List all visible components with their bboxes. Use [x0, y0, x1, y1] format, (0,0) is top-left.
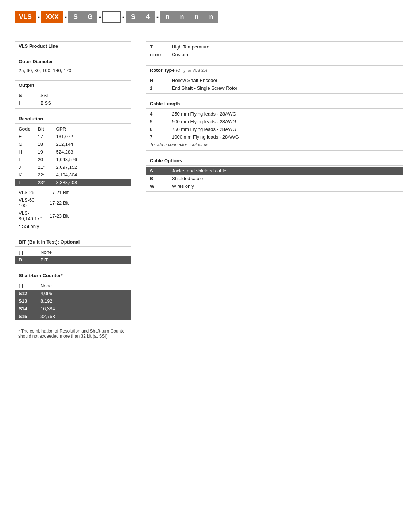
cable-opt-row-w: W Wires only: [146, 182, 403, 190]
temperature-section: T High Temperature nnnn Custom: [146, 41, 403, 60]
part-number-segments: VLS - XXX - S G - - S 4 - n n n n: [15, 11, 218, 23]
res-info-vls60: VLS-60, 100 17-22 Bit: [15, 196, 131, 209]
cable-len-code-4: 4: [146, 110, 168, 118]
resolution-table: Code Bit CPR F 17 131,072 G: [15, 125, 131, 186]
shaft-desc-s15: 32,768: [37, 312, 131, 320]
res-cpr-j: 2,097,152: [53, 163, 131, 171]
res-info-ssi: * SSi only: [15, 222, 131, 230]
res-bit-f: 17: [34, 133, 53, 140]
right-column: T High Temperature nnnn Custom Rotor Typ…: [146, 41, 403, 197]
res-bit-l: 23*: [34, 179, 53, 186]
bit-section: BIT (Built In Test): Optional [ ] None B…: [15, 237, 131, 265]
temp-row-nnnn: nnnn Custom: [146, 51, 403, 58]
cable-len-desc-6: 750 mm Flying leads - 28AWG: [168, 125, 403, 133]
cable-length-header: Cable Length: [146, 99, 403, 109]
cable-opt-row-s: S Jacket and shielded cable: [146, 167, 403, 175]
res-row-i: I 20 1,048,576: [15, 156, 131, 163]
cable-opt-desc-s: Jacket and shielded cable: [168, 167, 403, 175]
outer-diameter-section: Outer Diameter 25, 60, 80, 100, 140, 170: [15, 57, 131, 75]
shaft-desc-s14: 16,384: [37, 305, 131, 312]
rotor-row-h: H Hollow Shaft Encoder: [146, 77, 403, 84]
output-header: Output: [15, 81, 131, 90]
res-info-vls60-label: VLS-60, 100: [15, 196, 46, 209]
pn-s: S: [68, 11, 83, 23]
connector-note: To add a connector contact us: [146, 141, 403, 149]
res-bit-k: 22*: [34, 171, 53, 179]
pn-n1: n: [160, 11, 175, 23]
product-line-header: VLS Product Line: [15, 42, 131, 51]
pn-dash-5: -: [155, 13, 160, 21]
pn-s2: S: [126, 11, 140, 23]
pn-dash-1: -: [36, 13, 41, 21]
cable-len-desc-4: 250 mm Flying leads - 28AWG: [168, 110, 403, 118]
cable-opt-row-b: B Shielded cable: [146, 175, 403, 182]
cable-len-code-7: 7: [146, 133, 168, 141]
temperature-table: T High Temperature nnnn Custom: [146, 43, 403, 58]
shaft-row-s12: S12 4,096: [15, 290, 131, 297]
res-info-vls25: VLS-25 17-21 Bit: [15, 189, 131, 196]
product-line-section: VLS Product Line: [15, 41, 131, 51]
cable-len-desc-5: 500 mm Flying leads - 28AWG: [168, 118, 403, 125]
cable-len-row-5: 5 500 mm Flying leads - 28AWG: [146, 118, 403, 125]
cable-opt-desc-w: Wires only: [168, 182, 403, 190]
bit-code-b: B: [15, 256, 37, 264]
rotor-type-subtitle: (Only for VLS-25): [176, 68, 207, 73]
rotor-desc-h: Hollow Shaft Encoder: [168, 77, 403, 84]
res-code-g: G: [15, 140, 34, 148]
rotor-row-1: 1 End Shaft - Single Screw Rotor: [146, 84, 403, 92]
cable-opt-desc-b: Shielded cable: [168, 175, 403, 182]
pn-n2: n: [175, 11, 189, 23]
shaft-code-s14: S14: [15, 305, 37, 312]
res-header-row: Code Bit CPR: [15, 125, 131, 133]
res-row-f: F 17 131,072: [15, 133, 131, 140]
pn-dash-3: -: [97, 13, 102, 21]
res-info-vls60-value: 17-22 Bit: [46, 196, 131, 209]
res-cpr-i: 1,048,576: [53, 156, 131, 163]
res-info-vls80-label: VLS-80,140,170: [15, 209, 46, 222]
res-col-code: Code: [15, 125, 34, 133]
res-cpr-h: 524,288: [53, 148, 131, 156]
rotor-desc-1: End Shaft - Single Screw Rotor: [168, 84, 403, 92]
shaft-code-none: [ ]: [15, 282, 37, 290]
cable-len-code-6: 6: [146, 125, 168, 133]
res-code-f: F: [15, 133, 34, 140]
resolution-header: Resolution: [15, 114, 131, 124]
cable-options-section: Cable Options S Jacket and shielded cabl…: [146, 156, 403, 192]
bit-header: BIT (Built In Test): Optional: [15, 237, 131, 247]
output-code-i: I: [15, 99, 37, 107]
cable-len-row-7: 7 1000 mm Flying leads - 28AWG: [146, 133, 403, 141]
temp-code-t: T: [146, 43, 168, 51]
shaft-desc-none: None: [37, 282, 131, 290]
shaft-turn-body: [ ] None S12 4,096 S13 8,192 S14 16,384: [15, 280, 131, 322]
shaft-row-s14: S14 16,384: [15, 305, 131, 312]
res-row-k: K 22* 4,194,304: [15, 171, 131, 179]
res-row-h: H 19 524,288: [15, 148, 131, 156]
pn-blank: [102, 11, 121, 23]
pn-4: 4: [140, 11, 155, 23]
cable-opt-code-w: W: [146, 182, 168, 190]
pn-xxx: XXX: [41, 11, 63, 23]
pn-dash-2: -: [63, 13, 68, 21]
rotor-code-h: H: [146, 77, 168, 84]
cable-length-table: 4 250 mm Flying leads - 28AWG 5 500 mm F…: [146, 110, 403, 141]
shaft-row-none: [ ] None: [15, 282, 131, 290]
cable-len-code-5: 5: [146, 118, 168, 125]
pn-g: G: [83, 11, 97, 23]
rotor-type-header: Rotor Type (Only for VLS-25): [146, 66, 403, 75]
resolution-section: Resolution Code Bit CPR F 17: [15, 114, 131, 232]
shaft-turn-header: Shaft-turn Counter*: [15, 271, 131, 280]
res-row-g: G 18 262,144: [15, 140, 131, 148]
shaft-desc-s13: 8,192: [37, 297, 131, 305]
res-row-l: L 23* 8,388,608: [15, 179, 131, 186]
resolution-info-table: VLS-25 17-21 Bit VLS-60, 100 17-22 Bit V…: [15, 189, 131, 230]
shaft-code-s12: S12: [15, 290, 37, 297]
res-bit-g: 18: [34, 140, 53, 148]
res-bit-i: 20: [34, 156, 53, 163]
output-row-i: I BiSS: [15, 99, 131, 107]
bit-table: [ ] None B BIT: [15, 248, 131, 264]
rotor-type-body: H Hollow Shaft Encoder 1 End Shaft - Sin…: [146, 75, 403, 93]
res-code-i: I: [15, 156, 34, 163]
pn-dash-4: -: [121, 13, 126, 21]
main-content: VLS Product Line Outer Diameter 25, 60, …: [15, 41, 403, 340]
cable-options-header: Cable Options: [146, 156, 403, 166]
